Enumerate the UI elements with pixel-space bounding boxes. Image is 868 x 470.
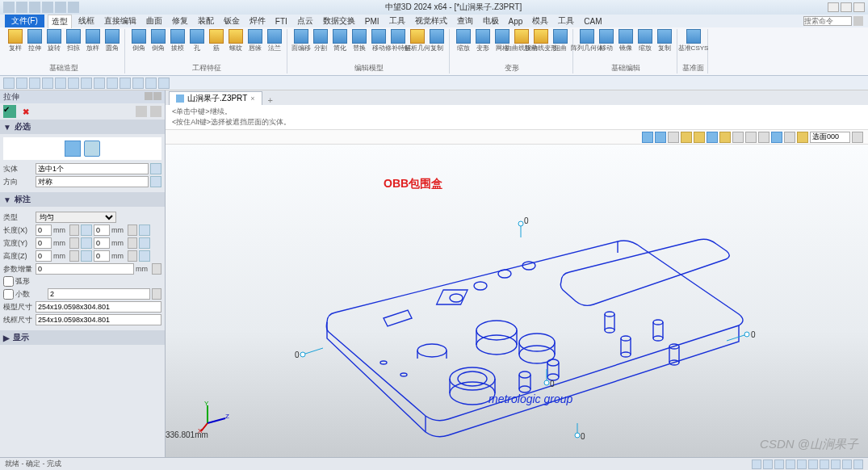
close-tab-icon[interactable]: × <box>250 94 254 103</box>
analyze-icon[interactable]: 解析几何 <box>409 29 426 58</box>
tab-weld[interactable]: 焊件 <box>246 15 269 27</box>
qat-new-icon[interactable] <box>3 2 15 13</box>
tab-pointcloud[interactable]: 点云 <box>294 15 317 27</box>
dropdown-icon[interactable] <box>139 237 150 249</box>
spin-icon[interactable] <box>152 288 161 300</box>
qat-undo-icon[interactable] <box>42 2 53 13</box>
tab-wireframe[interactable]: 线框 <box>75 15 98 27</box>
box-shape-icon[interactable] <box>65 141 81 157</box>
lenx-2-field[interactable] <box>94 225 110 236</box>
file-menu[interactable]: 文件(F) <box>5 15 44 27</box>
mirror-icon[interactable]: 镜像 <box>617 29 635 58</box>
dropdown-icon[interactable] <box>81 237 92 249</box>
tb-icon[interactable] <box>55 78 66 89</box>
spin-icon[interactable] <box>128 250 137 262</box>
faceoffset-icon[interactable]: 面编移 <box>292 29 310 58</box>
view-icon[interactable] <box>784 132 795 143</box>
view-icon[interactable] <box>732 132 744 143</box>
cylinder-shape-icon[interactable] <box>84 141 100 157</box>
doc-tab[interactable]: 山涧果子.Z3PRT × <box>169 91 262 105</box>
datum-csys-icon[interactable]: 基准CSYS <box>685 29 702 58</box>
tab-tools[interactable]: 工具 <box>386 15 409 27</box>
close-button[interactable] <box>853 2 865 12</box>
confirm-button[interactable]: ✔ <box>3 105 16 118</box>
tab-exchange[interactable]: 数据交换 <box>320 15 359 27</box>
spin-icon[interactable] <box>69 237 79 249</box>
qat-open-icon[interactable] <box>16 2 27 13</box>
tab-app[interactable]: App <box>505 16 526 27</box>
modeldim-field[interactable] <box>36 301 161 313</box>
tab-model[interactable]: 造型 <box>48 15 72 28</box>
status-icon[interactable] <box>853 460 863 469</box>
dropdown-icon[interactable] <box>81 225 92 236</box>
scale-icon[interactable]: 缩放 <box>455 29 472 58</box>
spin-icon[interactable] <box>128 237 137 249</box>
help-icon[interactable] <box>150 106 161 117</box>
section-display[interactable]: ▶ 显示 <box>0 330 165 345</box>
view-icon[interactable] <box>655 132 666 143</box>
simplify-icon[interactable]: 简化 <box>331 29 349 58</box>
replace-icon[interactable]: 替换 <box>350 29 368 58</box>
tab-surface[interactable]: 曲面 <box>143 15 166 27</box>
decimals-field[interactable] <box>48 288 150 300</box>
dropdown-icon[interactable] <box>81 250 92 262</box>
split-icon[interactable]: 分割 <box>312 29 329 58</box>
dropdown-icon[interactable] <box>150 176 161 187</box>
widy-2-field[interactable] <box>94 237 110 249</box>
twist-icon[interactable]: 扭曲 <box>551 29 569 58</box>
tab-assembly[interactable]: 装配 <box>195 15 217 27</box>
view-icon[interactable] <box>694 132 705 143</box>
tb-icon[interactable] <box>42 78 53 89</box>
status-icon[interactable] <box>797 460 807 469</box>
view-icon[interactable] <box>745 132 757 143</box>
chamfer-icon[interactable]: 倒角 <box>130 29 148 58</box>
revolve-icon[interactable]: 旋转 <box>45 29 63 58</box>
deform-icon[interactable]: 变形 <box>474 29 492 58</box>
view-icon[interactable] <box>707 132 718 143</box>
tb-icon[interactable] <box>16 78 27 89</box>
close-panel-icon[interactable] <box>153 92 161 100</box>
add-tab-icon[interactable]: + <box>263 95 278 105</box>
dropdown-icon[interactable] <box>139 225 150 236</box>
tab-sheetmetal[interactable]: 钣金 <box>220 15 243 27</box>
orient-field[interactable] <box>36 176 149 187</box>
rib-icon[interactable]: 筋 <box>208 29 225 58</box>
widy-field[interactable] <box>36 237 52 249</box>
pin-icon[interactable] <box>145 92 153 100</box>
tab-repair[interactable]: 修复 <box>169 15 191 27</box>
status-icon[interactable] <box>831 460 841 469</box>
section-required[interactable]: ▼ 必选 <box>0 120 165 134</box>
scale2-icon[interactable]: 缩放 <box>636 29 654 58</box>
tab-query[interactable]: 查询 <box>454 15 476 27</box>
qat-save-icon[interactable] <box>29 2 40 13</box>
curvedeform-icon[interactable]: 按曲线变形 <box>532 29 550 58</box>
maximize-button[interactable] <box>841 2 852 12</box>
search-input[interactable] <box>803 16 852 26</box>
wiredim-field[interactable] <box>36 314 161 325</box>
status-icon[interactable] <box>763 460 773 469</box>
spin-icon[interactable] <box>69 225 79 236</box>
arc-checkbox[interactable] <box>3 276 14 287</box>
view-icon[interactable] <box>668 132 679 143</box>
dropdown-icon[interactable] <box>139 250 150 262</box>
minimize-button[interactable] <box>828 2 839 12</box>
sketch-icon[interactable]: 复样 <box>6 29 24 58</box>
tb-icon[interactable] <box>81 78 92 89</box>
move2-icon[interactable]: 移动 <box>598 29 615 58</box>
tab-visual[interactable]: 视觉样式 <box>412 15 451 27</box>
tb-icon[interactable] <box>158 78 170 89</box>
tb-icon[interactable] <box>107 78 118 89</box>
hgtz-field[interactable] <box>36 250 52 262</box>
view-icon[interactable] <box>642 132 653 143</box>
status-icon[interactable] <box>820 460 829 469</box>
draft-icon[interactable]: 拔模 <box>169 29 187 58</box>
section-annotate[interactable]: ▼ 标注 <box>0 192 165 207</box>
thread-icon[interactable]: 螺纹 <box>227 29 245 58</box>
tab-mold[interactable]: 模具 <box>529 15 551 27</box>
lenx-field[interactable] <box>36 225 52 236</box>
spin-icon[interactable] <box>152 263 161 275</box>
tb-icon[interactable] <box>120 78 131 89</box>
qat-more-icon[interactable] <box>68 2 79 13</box>
tab-pmi[interactable]: PMI <box>362 16 383 27</box>
pattern-icon[interactable]: 阵列几何体 <box>578 29 596 58</box>
